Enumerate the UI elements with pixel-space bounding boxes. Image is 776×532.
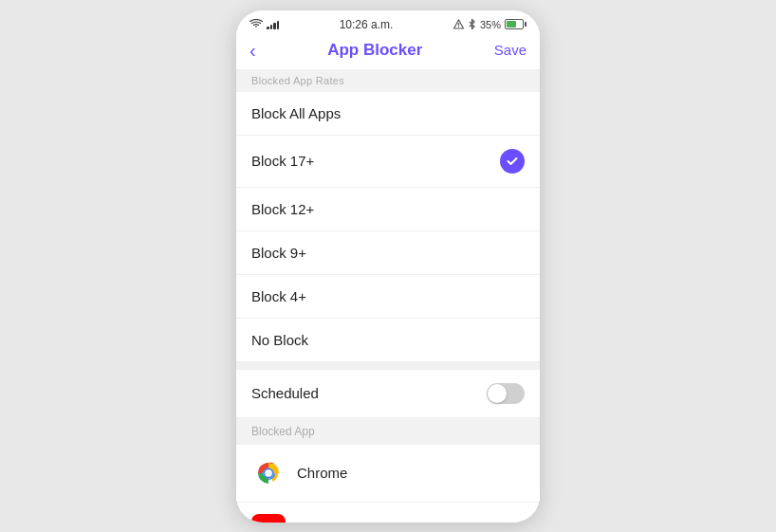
status-bar: 10:26 a.m. 35% xyxy=(236,10,540,35)
app-item-youtube[interactable]: YouTube xyxy=(236,503,540,523)
toggle-knob xyxy=(488,384,507,403)
scheduled-toggle[interactable] xyxy=(487,383,525,404)
menu-item-block-9[interactable]: Block 9+ xyxy=(236,231,540,275)
app-name-chrome: Chrome xyxy=(297,465,347,481)
alert-icon xyxy=(453,19,464,29)
menu-item-block-17[interactable]: Block 17+ xyxy=(236,136,540,188)
back-button[interactable]: ‹ xyxy=(249,41,256,60)
status-right: 35% xyxy=(453,19,527,30)
app-header: ‹ App Blocker Save xyxy=(236,35,540,69)
menu-item-block-all[interactable]: Block All Apps xyxy=(236,92,540,136)
menu-item-block-17-label: Block 17+ xyxy=(251,153,314,169)
menu-item-block-9-label: Block 9+ xyxy=(251,245,306,261)
youtube-icon xyxy=(251,514,286,523)
scroll-content: Blocked App Rates Block All Apps Block 1… xyxy=(236,69,540,523)
menu-item-no-block[interactable]: No Block xyxy=(236,319,540,362)
menu-item-no-block-label: No Block xyxy=(251,332,308,348)
menu-item-block-all-label: Block All Apps xyxy=(251,105,341,121)
bluetooth-icon xyxy=(468,19,476,29)
status-left xyxy=(249,19,279,29)
app-item-chrome[interactable]: Chrome xyxy=(236,445,540,503)
phone-frame: 10:26 a.m. 35% ‹ App Blocker Sav xyxy=(236,10,540,523)
section-divider xyxy=(236,362,540,370)
menu-item-block-12[interactable]: Block 12+ xyxy=(236,188,540,231)
scheduled-label: Scheduled xyxy=(251,385,319,401)
battery-percent: 35% xyxy=(480,19,501,30)
check-icon-block-17 xyxy=(500,149,525,174)
blocked-app-section-label: Blocked App xyxy=(236,418,540,445)
wifi-icon xyxy=(249,19,263,29)
svg-point-7 xyxy=(265,469,272,477)
scheduled-row: Scheduled xyxy=(236,370,540,418)
battery-icon xyxy=(505,19,527,29)
page-title: App Blocker xyxy=(256,41,494,60)
menu-item-block-4[interactable]: Block 4+ xyxy=(236,275,540,319)
status-time: 10:26 a.m. xyxy=(340,18,394,31)
save-button[interactable]: Save xyxy=(494,42,527,58)
chrome-icon xyxy=(251,456,286,490)
section-label-blocked-rates: Blocked App Rates xyxy=(236,69,540,92)
signal-icon xyxy=(267,19,279,29)
menu-item-block-12-label: Block 12+ xyxy=(251,201,314,217)
svg-point-2 xyxy=(458,27,459,28)
menu-item-block-4-label: Block 4+ xyxy=(251,288,306,304)
